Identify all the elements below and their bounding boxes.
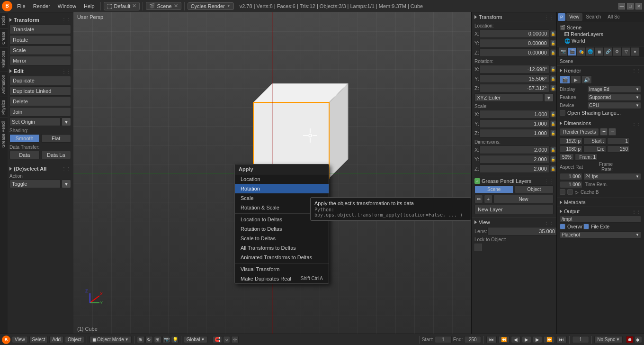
tree-item-renderlayers[interactable]: 🎞 RenderLayers — [559, 31, 642, 37]
rot-x-input[interactable] — [479, 65, 549, 73]
data-la-button[interactable]: Data La — [41, 151, 72, 159]
rot-z-lock[interactable]: 🔒 — [550, 85, 556, 91]
snap-icon[interactable]: 🧲 — [213, 336, 222, 343]
context-all-deltas[interactable]: All Transforms to Deltas — [235, 243, 329, 253]
minimize-button[interactable]: — — [618, 3, 625, 9]
rot-x-lock[interactable]: 🔒 — [550, 66, 556, 73]
gp-new-button[interactable]: New — [493, 195, 554, 203]
close-button[interactable]: ✕ — [635, 3, 642, 9]
duplicate-button[interactable]: Duplicate — [9, 76, 71, 85]
material-icon[interactable]: ● — [631, 47, 639, 56]
loc-z-input[interactable] — [479, 48, 549, 57]
ar1-input[interactable] — [560, 173, 582, 180]
current-frame-input[interactable] — [572, 336, 589, 343]
new-layer-button[interactable]: New Layer — [474, 205, 554, 214]
proportional-icon[interactable]: ○ — [223, 336, 230, 343]
dim-z-input[interactable] — [479, 164, 549, 173]
render-tab-audio[interactable]: 🔊 — [581, 75, 592, 84]
gp-pencil-icon[interactable]: ✏ — [474, 195, 483, 203]
delete-button[interactable]: Delete — [9, 97, 71, 106]
far-tab-all[interactable]: All Sc — [605, 13, 623, 21]
tab-animation[interactable]: Animation — [0, 72, 8, 97]
global-selector[interactable]: Global ▼ — [184, 336, 208, 343]
cache-cb[interactable] — [560, 189, 565, 195]
context-animated-deltas[interactable]: Animated Transforms to Deltas — [235, 253, 329, 262]
select-menu-btn[interactable]: Select — [29, 336, 48, 343]
rot-y-input[interactable] — [479, 74, 549, 83]
render-icon[interactable]: 🎬 — [568, 47, 576, 56]
rotate-button[interactable]: Rotate — [9, 35, 71, 45]
maximize-button[interactable]: □ — [627, 3, 634, 9]
jump-start-btn[interactable]: ⏪ — [498, 336, 510, 343]
workspace-selector[interactable]: ⬚ Default ✕ — [104, 2, 140, 10]
dim-x-input[interactable] — [479, 145, 549, 154]
context-rotation-deltas[interactable]: Rotation to Deltas — [235, 224, 329, 234]
sync-selector[interactable]: No Sync ▼ — [594, 336, 623, 343]
render-tab-anim[interactable]: ▶ — [571, 75, 581, 84]
cache-cb2[interactable] — [567, 189, 573, 195]
presets-plus[interactable]: + — [600, 128, 608, 136]
keyframe-btn[interactable]: ◆ — [635, 336, 642, 343]
scale-button[interactable]: Scale — [9, 45, 71, 55]
rot-y-lock[interactable]: 🔒 — [550, 75, 556, 82]
placeholder-dropdown[interactable]: Placehol ▼ — [560, 231, 641, 238]
overwrite-cb[interactable] — [560, 224, 565, 229]
euler-arrow[interactable]: ▼ — [544, 93, 554, 102]
scale-x-input[interactable] — [479, 110, 549, 118]
modifier-icon[interactable]: ⚙ — [613, 47, 621, 56]
properties-icon[interactable]: P — [558, 13, 565, 21]
feature-dropdown[interactable]: Supported ▼ — [587, 94, 641, 101]
frame-start-input[interactable] — [583, 137, 606, 145]
far-tab-view[interactable]: View — [566, 13, 582, 21]
presets-minus[interactable]: − — [608, 128, 616, 136]
menu-help[interactable]: Help — [81, 2, 98, 10]
context-location[interactable]: Location — [235, 174, 329, 184]
menu-window[interactable]: Window — [55, 2, 79, 10]
data-icon[interactable]: ▽ — [622, 47, 630, 56]
tree-item-scene[interactable]: 🎬 Scene — [559, 24, 642, 31]
add-menu-btn[interactable]: Add — [49, 336, 63, 343]
viewport-rot-icon[interactable]: ↻ — [145, 336, 153, 343]
translate-button[interactable]: Translate — [9, 25, 71, 34]
end-frame-input[interactable] — [464, 336, 481, 343]
tab-grease-pencil[interactable]: Grease Pencil — [0, 118, 8, 151]
viewport-light-icon[interactable]: 💡 — [171, 336, 179, 343]
prev-keyframe-btn[interactable]: ⏮ — [486, 336, 497, 343]
dim-y-input[interactable] — [479, 155, 549, 163]
join-button[interactable]: Join — [9, 107, 71, 117]
obj-icon-btn[interactable]: ◼ — [595, 47, 603, 56]
engine-selector[interactable]: Cycles Render ▼ — [188, 2, 234, 10]
scale-y-lock[interactable]: 🔒 — [550, 120, 556, 127]
frame-end-val[interactable] — [607, 145, 630, 153]
ar2-input[interactable] — [560, 181, 582, 188]
start-frame-input[interactable] — [435, 336, 452, 343]
smooth-button[interactable]: Smooth — [9, 134, 40, 143]
manipulator-icon[interactable]: ⊹ — [231, 336, 239, 343]
tab-relations[interactable]: Relations — [0, 47, 8, 72]
scene-icon-btn[interactable]: 🎭 — [577, 47, 585, 56]
tab-tools[interactable]: Tools — [0, 12, 8, 28]
frame-step-input[interactable] — [575, 154, 598, 161]
viewport-nav-icon[interactable]: ⊕ — [137, 336, 144, 343]
resolution-percent[interactable]: 50% — [560, 154, 574, 161]
loc-y-input[interactable] — [479, 39, 549, 47]
jump-end-btn[interactable]: ⏩ — [544, 336, 555, 343]
context-make-dupes[interactable]: Make Duplicates Real Shift Ctrl A — [235, 274, 329, 283]
toggle-select[interactable]: Toggle — [9, 180, 61, 188]
gp-scene-button[interactable]: Scene — [474, 185, 514, 193]
viewport[interactable]: User Persp X Y — [73, 12, 471, 334]
frame-end-input[interactable] — [583, 145, 606, 153]
dim-y-lock[interactable]: 🔒 — [550, 156, 556, 163]
lens-input[interactable] — [487, 227, 556, 236]
loc-x-input[interactable] — [479, 29, 549, 38]
world-icon-btn[interactable]: 🌐 — [586, 47, 594, 56]
fps-dropdown[interactable]: 24 fps ▼ — [583, 173, 641, 180]
lock-icon[interactable] — [474, 244, 482, 251]
prev-frame-btn[interactable]: ◀ — [511, 336, 520, 343]
context-scale-deltas[interactable]: Scale to Deltas — [235, 234, 329, 243]
record-btn[interactable]: ⏺ — [626, 336, 634, 343]
toggle-arrow[interactable]: ▼ — [62, 180, 71, 188]
constraint-icon[interactable]: 🔗 — [604, 47, 612, 56]
cam-icon[interactable]: 📷 — [559, 47, 567, 56]
set-origin-arrow[interactable]: ▼ — [62, 118, 71, 126]
